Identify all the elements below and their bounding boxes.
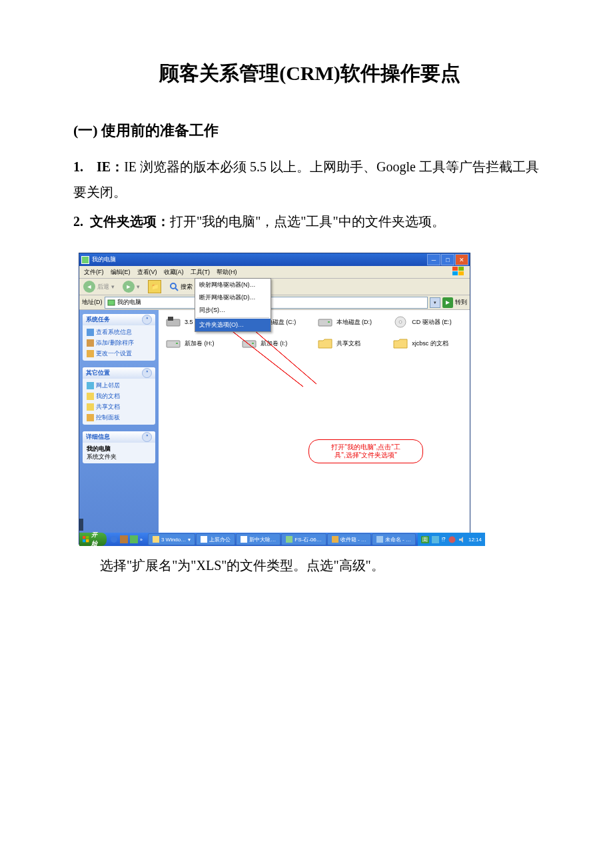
panel-header-system-tasks[interactable]: 系统任务˄: [83, 314, 155, 325]
toolbar: ◄后退 ▾ ► ▾ 📁 搜索: [79, 279, 470, 295]
svg-rect-25: [252, 343, 254, 344]
svg-rect-6: [108, 300, 115, 305]
tools-menu-disconnect-drive[interactable]: 断开网络驱动器(D)…: [195, 291, 271, 304]
drive-new-volume-i[interactable]: 新加卷 (I:): [241, 337, 312, 350]
taskbar-task[interactable]: 新中大咏…: [236, 533, 281, 545]
tools-menu-sync[interactable]: 同步(S)…: [195, 304, 271, 317]
menu-view[interactable]: 查看(V): [135, 267, 160, 277]
svg-rect-35: [120, 535, 128, 543]
annotation-callout: 打开"我的电脑",点击"工 具",选择"文件夹选项": [308, 439, 423, 463]
explorer-content: 3.5 软盘 (A:) 本地磁盘 (C:) 本地磁盘 (D:) CD 驱动器 (…: [159, 310, 470, 533]
svg-rect-8: [87, 339, 94, 347]
svg-rect-12: [87, 403, 94, 411]
svg-rect-30: [83, 536, 85, 539]
svg-rect-15: [168, 317, 173, 321]
svg-rect-1: [458, 267, 464, 271]
go-button[interactable]: [442, 297, 453, 308]
menu-file[interactable]: 文件(F): [81, 267, 107, 277]
svg-rect-39: [241, 536, 247, 543]
link-view-system-info[interactable]: 查看系统信息: [87, 328, 151, 337]
back-button[interactable]: ◄后退 ▾: [81, 280, 117, 293]
svg-point-4: [171, 283, 176, 289]
svg-rect-42: [376, 536, 383, 543]
link-change-setting[interactable]: 更改一个设置: [87, 349, 151, 358]
svg-rect-13: [87, 414, 94, 421]
my-computer-icon: [81, 256, 89, 264]
paragraph-1: 1. IE：IE 浏览器的版本必须 5.5 以上。上网助手、Google 工具等…: [73, 154, 546, 205]
link-add-remove-programs[interactable]: 添加/删除程序: [87, 339, 151, 347]
sidebar-panel-other-places: 其它位置˄ 网上邻居 我的文档 共享文档 控制面板: [83, 367, 155, 425]
tray-volume-icon[interactable]: [458, 536, 466, 543]
svg-rect-9: [87, 350, 94, 357]
svg-rect-19: [328, 321, 330, 323]
section-heading: (一) 使用前的准备工作: [73, 121, 546, 141]
quick-launch-desktop-icon[interactable]: [120, 535, 128, 543]
tray-icon[interactable]: [448, 536, 456, 543]
svg-rect-31: [86, 536, 89, 539]
detail-type: 系统文件夹: [87, 453, 151, 461]
address-bar: 地址(D) 我的电脑 ▾ 转到: [79, 295, 470, 310]
tray-icon[interactable]: [432, 536, 439, 543]
system-tray: 園 ⁉ 12:14: [418, 533, 485, 546]
window-titlebar: 我的电脑 ─ □ ✕: [79, 253, 470, 266]
folder-user-docs[interactable]: xjcbsc 的文档: [392, 337, 463, 350]
panel-header-details[interactable]: 详细信息˄: [83, 431, 155, 443]
address-label: 地址(D): [82, 298, 103, 307]
close-button[interactable]: ✕: [455, 254, 468, 265]
paragraph-2: 2. 文件夹选项：打开"我的电脑"，点选"工具"中的文件夹选项。: [73, 209, 546, 234]
windows-xp-screenshot: 我的电脑 ─ □ ✕ 文件(F) 编辑(E) 查看(V) 收藏(A) 工具(T)…: [79, 253, 470, 545]
svg-rect-11: [87, 393, 94, 400]
taskbar-task[interactable]: 3 Windo… ▾: [148, 533, 195, 545]
svg-rect-3: [458, 271, 464, 275]
svg-rect-10: [87, 382, 94, 389]
tools-menu-map-drive[interactable]: 映射网络驱动器(N)…: [195, 279, 271, 291]
svg-rect-38: [201, 536, 207, 543]
quick-launch-icon[interactable]: [130, 535, 138, 543]
menu-tools[interactable]: 工具(T): [188, 267, 213, 277]
quick-launch-ie-icon[interactable]: [110, 535, 118, 543]
svg-rect-7: [87, 329, 94, 336]
document-title: 顾客关系管理(CRM)软件操作要点: [73, 60, 546, 87]
screenshot-container: 我的电脑 ─ □ ✕ 文件(F) 编辑(E) 查看(V) 收藏(A) 工具(T)…: [73, 253, 546, 545]
quick-launch: »: [107, 535, 146, 543]
address-dropdown-icon[interactable]: ▾: [430, 297, 440, 308]
chevron-up-icon: ˄: [142, 315, 152, 325]
svg-rect-33: [86, 539, 89, 542]
maximize-button[interactable]: □: [441, 254, 454, 265]
minimize-button[interactable]: ─: [427, 254, 440, 265]
taskbar-task[interactable]: 收件箱 - …: [327, 533, 371, 545]
link-network-places[interactable]: 网上邻居: [87, 381, 151, 390]
drive-new-volume-h[interactable]: 新加卷 (H:): [165, 337, 236, 350]
start-button[interactable]: 开始: [79, 533, 107, 546]
svg-rect-40: [286, 536, 293, 543]
svg-rect-0: [452, 267, 458, 271]
folder-shared-docs[interactable]: 共享文档: [317, 337, 388, 350]
para1-text: IE 浏览器的版本必须 5.5 以上。上网助手、Google 工具等广告拦截工具…: [73, 159, 539, 199]
drive-local-d[interactable]: 本地磁盘 (D:): [317, 315, 388, 329]
sidebar-panel-system-tasks: 系统任务˄ 查看系统信息 添加/删除程序 更改一个设置: [83, 314, 155, 361]
menu-bar: 文件(F) 编辑(E) 查看(V) 收藏(A) 工具(T) 帮助(H): [79, 266, 470, 279]
menu-help[interactable]: 帮助(H): [214, 267, 240, 277]
chevron-up-icon: ˄: [142, 368, 152, 378]
svg-point-34: [111, 536, 117, 543]
menu-edit[interactable]: 编辑(E): [108, 267, 133, 277]
link-control-panel[interactable]: 控制面板: [87, 413, 151, 422]
taskbar-task[interactable]: 上装办公: [196, 533, 235, 545]
search-button[interactable]: 搜索: [167, 281, 195, 292]
link-shared-docs[interactable]: 共享文档: [87, 403, 151, 411]
taskbar-task[interactable]: 未命名 - …: [372, 533, 416, 545]
menu-favorites[interactable]: 收藏(A): [161, 267, 187, 277]
detail-name: 我的电脑: [87, 445, 151, 453]
drive-cd[interactable]: CD 驱动器 (E:): [392, 315, 463, 329]
svg-rect-36: [130, 535, 138, 543]
forward-button[interactable]: ► ▾: [121, 280, 142, 293]
svg-rect-32: [83, 539, 85, 542]
sidebar-panel-details: 详细信息˄ 我的电脑 系统文件夹: [83, 431, 155, 463]
taskbar-task[interactable]: FS-石-06…: [281, 533, 326, 545]
tools-menu-folder-options[interactable]: 文件夹选项(O)…: [195, 319, 271, 331]
panel-header-other-places[interactable]: 其它位置˄: [83, 367, 155, 379]
svg-point-44: [448, 536, 455, 543]
up-button[interactable]: 📁: [146, 279, 163, 294]
link-my-documents[interactable]: 我的文档: [87, 392, 151, 401]
taskbar: 开始 » 3 Windo… ▾ 上装办公 新中大咏… FS-石-06… 收件箱 …: [79, 533, 470, 546]
